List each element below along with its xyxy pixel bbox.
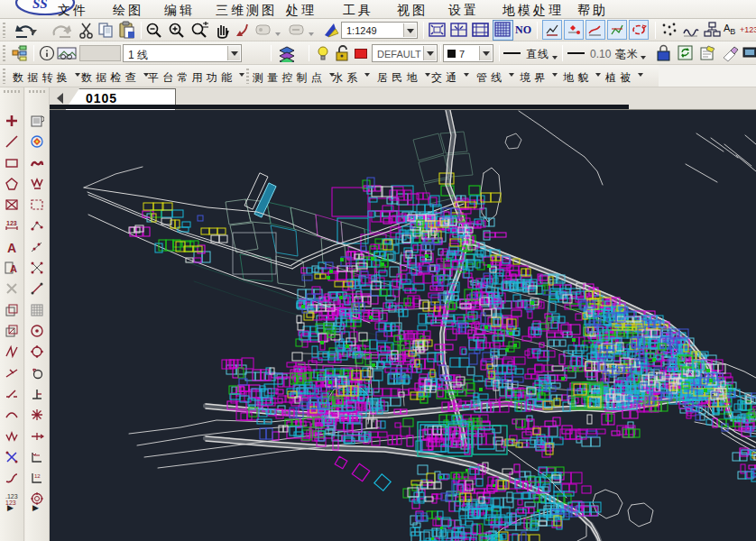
svg-text:.123: .123 (5, 493, 18, 500)
svg-text:12: 12 (34, 473, 41, 479)
svg-text:A: A (7, 241, 16, 254)
svg-text:SS: SS (32, 0, 48, 11)
svg-text:A: A (10, 263, 17, 274)
svg-text:123: 123 (6, 220, 17, 226)
